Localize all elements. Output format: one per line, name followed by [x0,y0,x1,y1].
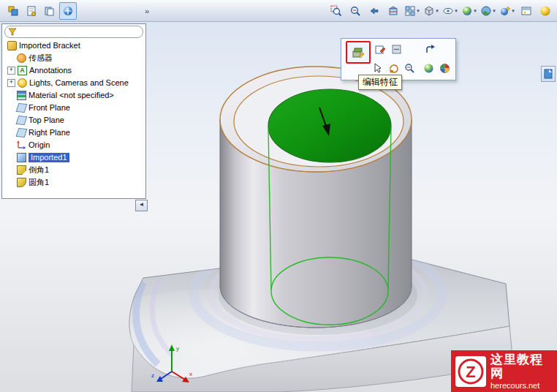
featuremanager-tab[interactable] [4,2,22,20]
watermark-logo: Z [455,356,486,387]
part-icon [7,41,17,50]
expand-icon[interactable]: + [7,67,15,75]
tree-item-origin[interactable]: Origin [2,139,145,151]
previous-view-icon[interactable] [366,3,382,18]
tree-item-label: Origin [29,140,50,150]
solidworks-window: » [0,0,557,392]
tree-item-imported1[interactable]: Imported1 [2,151,145,164]
edit-sketch-button[interactable] [374,42,387,56]
color-wheel-button[interactable] [438,61,451,75]
watermark: Z 这里教程网 herecours.net [451,350,557,392]
triad-x-label: x [189,371,192,377]
propertymanager-tab[interactable] [23,2,40,20]
tree-item-label: Lights, Cameras and Scene [29,78,129,88]
view-settings-icon[interactable] [499,3,515,18]
zoom-fit-icon[interactable] [347,3,363,18]
imported-feature-icon [17,153,26,162]
watermark-title: 这里教程网 [490,353,553,381]
help-ball-icon[interactable] [537,3,553,18]
watermark-logo-letter: Z [466,363,475,381]
origin-icon [17,140,26,150]
task-pane-tab[interactable] [541,66,556,82]
dimxpertmanager-tab[interactable] [59,2,77,20]
annotations-icon [18,66,27,75]
tree-filter-input[interactable] [4,26,143,38]
triad-y-axis [169,344,175,351]
hide-show-items-icon[interactable] [442,3,458,18]
chamfer-icon [17,165,26,175]
print-preview-icon[interactable] [518,3,534,18]
material-icon [17,91,26,100]
tree-item-label: Imported1 [29,153,69,162]
plane-icon [16,128,28,137]
tree-item-chamfer1[interactable]: 倒角1 [2,164,145,176]
triad-z-label: z [151,372,154,379]
tree-item-label: 倒角1 [29,165,49,175]
sensors-icon [17,53,26,63]
appearances-button[interactable] [422,61,435,75]
tree-item-label: Front Plane [29,103,70,113]
tree-item-fillet1[interactable]: 圆角1 [2,176,145,189]
rotate-view-button[interactable] [387,61,400,75]
display-style-icon[interactable] [423,3,439,18]
panel-collapse-button[interactable]: ◄ [135,200,148,211]
reference-triad[interactable]: y x z [148,341,195,389]
tree-item-top-plane[interactable]: Top Plane [2,114,145,127]
section-view-icon[interactable] [385,3,401,18]
triad-y-label: y [176,345,179,352]
tree-item-label: Top Plane [29,116,64,125]
tree-item-sensors[interactable]: 传感器 [2,52,145,64]
tree-item-label: Right Plane [29,128,70,137]
exit-arrow-button[interactable] [423,42,436,56]
watermark-url: herecours.net [490,381,553,391]
tree-root-item[interactable]: Imported Bracket [2,39,145,52]
edit-appearance-icon[interactable] [461,3,477,18]
tree-item-front-plane[interactable]: Front Plane [2,102,145,114]
zoom-button[interactable] [403,61,416,75]
tree-item-label: Annotations [29,66,72,75]
select-cursor-button[interactable] [371,61,384,75]
plane-icon [16,116,28,125]
view-orientation-icon[interactable] [404,3,420,18]
apply-scene-icon[interactable] [480,3,496,18]
tree-item-label: 圆角1 [29,178,49,187]
top-toolbar: » [0,0,557,22]
tree-item-material[interactable]: Material <not specified> [2,89,145,102]
tree-item-annotations[interactable]: + Annotations [2,64,145,77]
edit-feature-tooltip: 编辑特征 [358,75,402,90]
task-pane-icon [544,69,553,79]
toolbar-overflow-chevron[interactable]: » [145,7,149,15]
tree-item-lights-cameras-scene[interactable]: + Lights, Cameras and Scene [2,77,145,89]
fillet-icon [17,178,26,187]
expand-icon[interactable]: + [7,79,15,87]
feature-manager-tree: Imported Bracket 传感器 + Annotations + Lig… [1,23,146,199]
triad-x-axis [182,377,189,382]
plane-icon [16,103,28,113]
tree-item-label: Material <not specified> [29,91,114,100]
filter-funnel-icon [8,28,17,37]
edit-feature-button[interactable] [346,41,371,64]
tree-item-right-plane[interactable]: Right Plane [2,127,145,139]
view-toolbar [328,3,553,18]
tree-root-label: Imported Bracket [19,41,80,50]
lights-icon [18,78,27,88]
configurationmanager-tab[interactable] [41,2,58,20]
suppress-button[interactable] [390,42,403,56]
tree-item-label: 传感器 [29,53,53,63]
zoom-to-area-icon[interactable] [328,3,344,18]
